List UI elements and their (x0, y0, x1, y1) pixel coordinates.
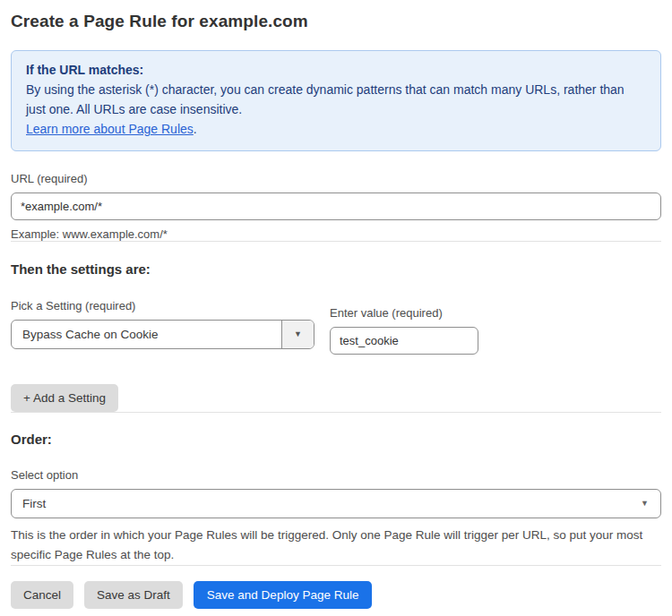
info-link-line: Learn more about Page Rules. (26, 120, 646, 140)
settings-section-heading: Then the settings are: (11, 261, 661, 277)
page-title: Create a Page Rule for example.com (11, 12, 661, 31)
link-suffix: . (194, 122, 197, 136)
divider (11, 565, 661, 566)
url-field-group: URL (required) Example: www.example.com/… (11, 172, 661, 241)
caret-down-icon: ▼ (294, 329, 302, 338)
pick-setting-label: Pick a Setting (required) (11, 299, 314, 312)
divider (11, 412, 661, 413)
info-heading: If the URL matches: (26, 61, 646, 81)
enter-value-label: Enter value (required) (330, 306, 478, 320)
footer-action-bar: Cancel Save as Draft Save and Deploy Pag… (11, 581, 661, 609)
add-setting-button[interactable]: + Add a Setting (11, 384, 118, 412)
order-section-heading: Order: (11, 432, 661, 447)
save-and-deploy-button[interactable]: Save and Deploy Page Rule (194, 581, 373, 609)
order-select[interactable]: First ▼ (11, 489, 661, 518)
info-body-text: By using the asterisk (*) character, you… (26, 81, 646, 120)
setting-row: Pick a Setting (required) Bypass Cache o… (11, 299, 661, 355)
pick-setting-group: Pick a Setting (required) Bypass Cache o… (11, 299, 314, 349)
cancel-button[interactable]: Cancel (11, 581, 73, 609)
url-example-text: Example: www.example.com/* (11, 227, 661, 241)
order-select-value: First (22, 497, 46, 510)
learn-more-link[interactable]: Learn more about Page Rules (26, 122, 194, 136)
divider (11, 241, 661, 242)
create-page-rule-form: Create a Page Rule for example.com If th… (0, 0, 672, 609)
save-as-draft-button[interactable]: Save as Draft (84, 581, 183, 609)
order-select-label: Select option (11, 468, 661, 482)
order-help-text: This is the order in which your Page Rul… (11, 526, 661, 565)
url-input[interactable] (11, 192, 661, 220)
setting-select-value: Bypass Cache on Cookie (12, 321, 281, 348)
enter-value-group: Enter value (required) (330, 306, 478, 355)
setting-select[interactable]: Bypass Cache on Cookie ▼ (11, 320, 314, 349)
setting-value-input[interactable] (330, 327, 478, 355)
setting-select-caret-button[interactable]: ▼ (281, 321, 314, 348)
url-field-label: URL (required) (11, 172, 661, 185)
url-match-info-callout: If the URL matches: By using the asteris… (11, 50, 661, 151)
caret-down-icon: ▼ (641, 499, 649, 508)
